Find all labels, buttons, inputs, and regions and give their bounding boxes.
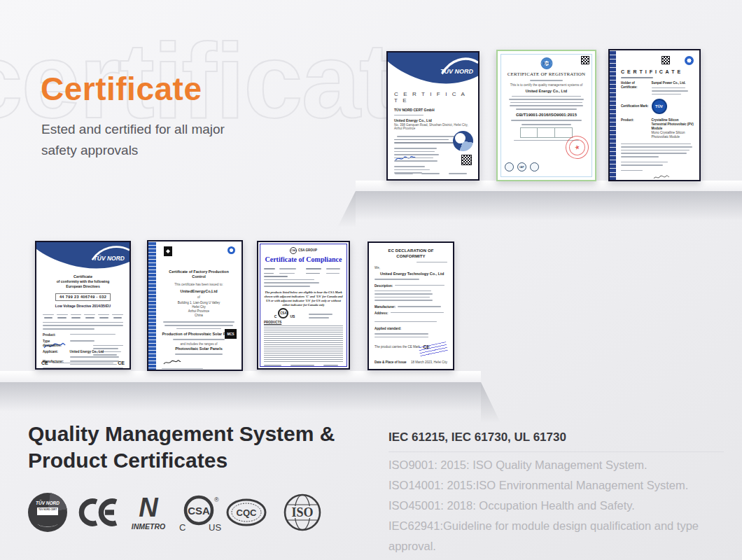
company-name: United Energy Co., Ltd (505, 89, 587, 94)
certificate-tuv-directives: TÜV NORD Certificate of conformity with … (35, 241, 131, 370)
certificate-heading: C E R T I F I C A T E (621, 69, 694, 75)
ce-mark-left: CE (41, 360, 48, 365)
iso-text: ISO (291, 505, 313, 519)
csa-group-wordmark: CSA GROUP (298, 248, 317, 253)
of-word: of (162, 295, 236, 300)
mcs-logo: MCS (225, 329, 237, 339)
footer-lines (264, 365, 343, 366)
issued-to-lines (264, 276, 343, 286)
standards-heading: IEC 61215, IEC 61730, UL 61730 (388, 430, 566, 444)
tuv-certification-mark-icon: TÜV (652, 99, 667, 114)
tuv-seal-icon (453, 131, 473, 151)
address-line4: China (162, 314, 236, 318)
text-lines (621, 144, 694, 172)
product2: Photovoltaic Solar Panels (162, 346, 236, 351)
factory-heading: Certificate of Factory Production Contro… (162, 270, 236, 279)
subtitle-line1: Ested and certified for all major (41, 122, 225, 136)
product-line2: Mono Crystalline Silicon Photovoltaic Mo… (652, 131, 694, 139)
certificate-ec-declaration: EC DECLARATION OF CONFORMITY We, United … (368, 241, 454, 370)
ce-mark-icon (78, 496, 120, 528)
qr-code-icon (581, 56, 589, 64)
csa-text: CSA (188, 505, 210, 517)
tuv-cert-box-text: TÜV NORD CERT (37, 507, 58, 515)
company-address: No. 398 Ganquan Road, Shushan District, … (394, 123, 472, 132)
product-line1: Crystalline Silicon Terrestrial Photovol… (652, 118, 694, 131)
standard-item: ISO14001: 2015:ISO Environmental Managem… (388, 475, 742, 496)
description-label: Description: (374, 284, 393, 288)
standard-item: IEC62941:Guideline for module design qua… (388, 516, 742, 556)
company-name: UnitedEnergyCo,Ltd (162, 289, 236, 294)
signature-icon (163, 359, 181, 366)
quality-heading-line1: Quality Management System & (28, 422, 335, 445)
tuv-nord-wordmark: TÜV NORD (440, 68, 473, 75)
iaf-badge-icon: IAF (517, 162, 526, 172)
text-lines (162, 321, 236, 329)
applicant-label: Applicant: (43, 350, 67, 357)
standard-label: Applied standard: (374, 327, 447, 331)
product-label: Product: (621, 118, 649, 139)
certificate-factory-production-control: Certificate of Factory Production Contro… (147, 240, 243, 371)
issued-by-lines (309, 312, 332, 318)
text-lines (505, 120, 587, 125)
holder-name: Sunpal Power Co., Ltd. (652, 81, 694, 85)
crest-logo-icon (164, 246, 172, 256)
page-subtitle: Ested and certified for all majorsafety … (41, 119, 225, 161)
zqhx-logo: ZQHX (540, 57, 552, 69)
certificate-side-stripe (148, 241, 156, 370)
date-value: 18 March 2023, Hefei City (411, 360, 447, 365)
field-grid (264, 266, 343, 274)
text-lines (43, 368, 123, 370)
accreditation-badge-icon (530, 162, 539, 172)
csa-statement: The products listed below are eligible t… (264, 290, 343, 307)
company-name: United Energy Technology Co., Ltd (380, 272, 447, 276)
manufacturer-label: Manufacturer: (374, 305, 396, 309)
csa-us-indicator: US (209, 522, 221, 533)
iso-logo-icon: ISO (283, 493, 322, 532)
shelf-middle (0, 371, 481, 382)
heading-line1: Certificate (43, 274, 123, 279)
page-title: Certificate (41, 70, 202, 108)
csa-monogram-icon: CSA (290, 247, 297, 254)
footer-lines (162, 368, 236, 371)
accreditation-badges: IAF (505, 162, 539, 172)
standards-list: ISO9001: 2015: ISO Quality Management Sy… (388, 455, 742, 556)
model-lines (374, 290, 447, 301)
quality-heading: Quality Management System &Product Certi… (28, 421, 335, 474)
standard-lines (374, 333, 447, 337)
csa-mark-icon: CSA (278, 308, 288, 318)
subtitle-line2: safety approvals (41, 143, 138, 158)
text-lines (505, 96, 587, 110)
certificate-side-stripe (610, 50, 616, 180)
address-label: Address: (374, 312, 388, 316)
certificate-page: certificate Certificate Ested and certif… (0, 0, 742, 560)
text-lines (43, 322, 123, 330)
standard-number: GB/T19001-2016/ISO9001:2015 (505, 113, 587, 118)
products-label: PRODUCTS (264, 321, 343, 325)
standard-item: ISO9001: 2015: ISO Quality Management Sy… (388, 455, 742, 475)
certificate-of-compliance: CSA CSA GROUP Certificate of Compliance … (257, 241, 350, 370)
csa-c-indicator: C (179, 522, 186, 533)
directive-name: Low Voltage Directive 2014/35/EU (43, 304, 123, 309)
quality-heading-line2: Product Certificates (28, 449, 227, 472)
certificate-of-registration: ZQHX CERTIFICATE OF REGISTRATION This is… (496, 50, 596, 181)
shelf-top (356, 181, 742, 191)
products-dense-text (264, 326, 343, 362)
registration-heading: CERTIFICATE OF REGISTRATION (505, 71, 587, 78)
csa-registered-mark: ® (214, 496, 219, 503)
we-word: We, (374, 266, 447, 270)
csa-c-indicator: C (274, 314, 277, 318)
date-label: Date & Place of Issue (374, 360, 407, 365)
column-header-lines (43, 312, 123, 318)
tuv-nord-wordmark: TÜV NORD (94, 255, 125, 262)
csa-us-indicator: US (290, 314, 295, 318)
csa-logo-icon: CSA ® C US (176, 493, 223, 533)
accreditation-badge-icon (505, 162, 514, 172)
inmetro-caption: INMETRO (130, 522, 167, 531)
inmetro-n-glyph: N (130, 494, 167, 521)
cqc-logo-icon: CQC (226, 498, 268, 528)
ec-heading: EC DECLARATION OF CONFORMITY (374, 248, 447, 260)
signature-icon (653, 174, 670, 181)
audit-table (520, 127, 573, 138)
ce-mark-right: CE (118, 360, 125, 365)
inmetro-logo-icon: N INMETRO (130, 494, 167, 531)
